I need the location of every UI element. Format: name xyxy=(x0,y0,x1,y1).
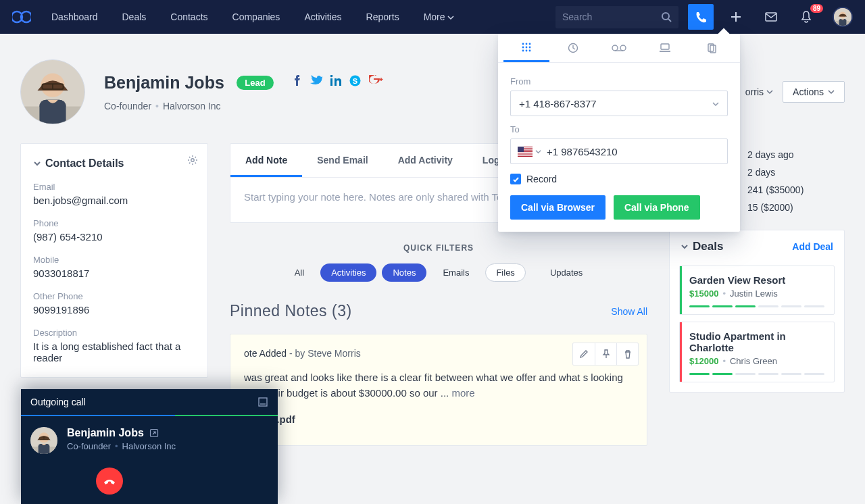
filter-notes[interactable]: Notes xyxy=(382,263,426,282)
phone-popover: From +1 418-867-8377 To Record Call via … xyxy=(498,34,740,232)
deal-owner: Chris Green xyxy=(730,356,777,366)
add-button[interactable] xyxy=(723,4,749,30)
delete-note-button[interactable] xyxy=(616,343,638,365)
hangup-button[interactable] xyxy=(96,468,123,495)
contact-details-title[interactable]: Contact Details xyxy=(33,157,195,170)
svg-rect-36 xyxy=(518,153,533,154)
nav-dashboard[interactable]: Dashboard xyxy=(51,11,98,22)
note-title: ote Added xyxy=(244,348,287,359)
svg-point-23 xyxy=(529,49,531,51)
filter-updates[interactable]: Updates xyxy=(539,263,593,282)
deal-amount: $12000 xyxy=(689,356,718,366)
filter-emails[interactable]: Emails xyxy=(432,263,480,282)
summary-value: 241 ($35000) xyxy=(747,184,804,195)
add-deal-link[interactable]: Add Deal xyxy=(792,241,833,252)
owner-dropdown[interactable]: orris xyxy=(745,86,773,97)
contact-name: Benjamin Jobs xyxy=(104,73,224,93)
svg-rect-39 xyxy=(259,398,267,406)
svg-point-19 xyxy=(526,46,528,48)
actions-button[interactable]: Actions xyxy=(783,81,845,103)
filter-all[interactable]: All xyxy=(284,263,315,282)
dock-title: Outgoing call xyxy=(30,397,86,407)
value-other-phone[interactable]: 9099191896 xyxy=(33,304,195,316)
svg-point-18 xyxy=(522,46,524,48)
note-attachment[interactable]: oposal.pdf 5 MB xyxy=(244,413,633,437)
mail-button[interactable] xyxy=(758,4,784,30)
search-input[interactable]: Search xyxy=(555,6,678,28)
minimize-button[interactable] xyxy=(257,397,268,407)
value-phone[interactable]: (987) 654-3210 xyxy=(33,231,195,243)
us-flag-icon xyxy=(518,147,533,157)
record-checkbox[interactable]: Record xyxy=(510,174,728,184)
filter-files[interactable]: Files xyxy=(485,263,525,282)
nav-contacts[interactable]: Contacts xyxy=(170,11,207,22)
from-number-select[interactable]: +1 418-867-8377 xyxy=(510,91,728,116)
gear-icon[interactable] xyxy=(187,155,198,168)
user-avatar[interactable] xyxy=(833,7,853,27)
deal-item[interactable]: Garden View Resort $15000•Justin Lewis xyxy=(679,266,835,315)
chevron-down-icon xyxy=(766,89,773,95)
dialpad-icon xyxy=(521,42,532,53)
from-label: From xyxy=(510,76,728,86)
bell-icon xyxy=(801,11,812,23)
clock-icon xyxy=(568,43,578,53)
edit-note-button[interactable] xyxy=(573,343,595,365)
filter-activities[interactable]: Activities xyxy=(320,263,376,282)
call-via-browser-button[interactable]: Call via Browser xyxy=(510,195,606,220)
deals-card: Deals Add Deal Garden View Resort $15000… xyxy=(669,230,845,393)
contact-avatar[interactable] xyxy=(20,59,85,124)
twitter-icon[interactable] xyxy=(310,75,322,86)
notifications-button[interactable]: 89 xyxy=(793,4,819,30)
svg-rect-37 xyxy=(518,155,533,155)
show-all-link[interactable]: Show All xyxy=(611,306,647,317)
label-description: Description xyxy=(33,328,195,338)
facebook-icon[interactable] xyxy=(291,75,302,86)
dialpad-tab[interactable] xyxy=(503,34,549,62)
hangup-icon xyxy=(102,474,117,488)
nav-deals[interactable]: Deals xyxy=(122,11,147,22)
svg-rect-28 xyxy=(661,44,669,49)
history-tab[interactable] xyxy=(549,34,595,62)
nav-activities[interactable]: Activities xyxy=(304,11,341,22)
external-link-icon[interactable] xyxy=(149,428,159,438)
nav-reports[interactable]: Reports xyxy=(366,11,399,22)
deal-item[interactable]: Studio Apartment in Charlotte $12000•Chr… xyxy=(679,322,835,382)
deals-title[interactable]: Deals xyxy=(681,240,723,253)
phone-button[interactable] xyxy=(688,4,714,30)
summary-value: 2 days xyxy=(747,167,775,178)
label-mobile: Mobile xyxy=(33,255,195,265)
to-number-input[interactable] xyxy=(547,146,722,157)
skype-icon[interactable]: S xyxy=(349,75,361,86)
tab-send-email[interactable]: Send Email xyxy=(302,144,382,177)
label-other-phone: Other Phone xyxy=(33,291,195,301)
clipboard-tab[interactable] xyxy=(689,34,735,62)
contact-details-card: Contact Details Emailben.jobs@gmail.com … xyxy=(20,143,208,378)
tab-add-note[interactable]: Add Note xyxy=(230,144,302,177)
lead-badge: Lead xyxy=(237,76,273,90)
nav-more[interactable]: More xyxy=(424,11,454,22)
note-more-link[interactable]: more xyxy=(451,387,474,399)
linkedin-icon[interactable] xyxy=(330,75,341,86)
tab-add-activity[interactable]: Add Activity xyxy=(383,144,468,177)
nav-companies[interactable]: Companies xyxy=(232,11,280,22)
deal-name: Studio Apartment in Charlotte xyxy=(689,330,824,353)
pinned-notes-title: Pinned Notes (3) xyxy=(230,302,352,320)
pin-note-button[interactable] xyxy=(595,343,616,365)
summary-value: 2 days ago xyxy=(747,149,794,160)
value-mobile[interactable]: 9033018817 xyxy=(33,268,195,279)
value-email[interactable]: ben.jobs@gmail.com xyxy=(33,195,195,206)
voicemail-tab[interactable] xyxy=(596,34,642,62)
svg-point-20 xyxy=(529,46,531,48)
google-plus-icon[interactable] xyxy=(369,75,384,86)
chevron-down-icon xyxy=(681,243,689,251)
call-via-phone-button[interactable]: Call via Phone xyxy=(614,195,700,220)
deal-stages xyxy=(689,305,824,307)
svg-point-26 xyxy=(620,45,626,51)
nav-items: Dashboard Deals Contacts Companies Activ… xyxy=(51,11,454,22)
app-logo[interactable] xyxy=(12,7,31,26)
country-flag-selector[interactable] xyxy=(518,147,541,157)
svg-rect-35 xyxy=(518,152,533,153)
device-tab[interactable] xyxy=(642,34,688,62)
value-description: It is a long established fact that a rea… xyxy=(33,341,195,363)
svg-point-16 xyxy=(526,43,528,45)
